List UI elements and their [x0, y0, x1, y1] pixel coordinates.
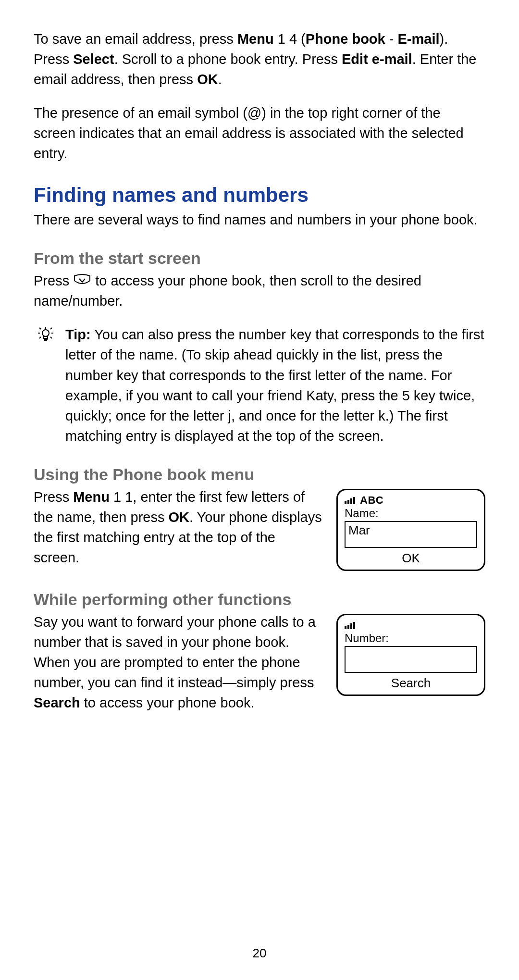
- subheading-phonebook-menu: Using the Phone book menu: [34, 465, 485, 484]
- svg-rect-16: [347, 625, 349, 629]
- text: Press: [34, 489, 73, 505]
- svg-line-4: [39, 328, 41, 329]
- ok-label: OK: [197, 72, 218, 87]
- subheading-other-functions: While performing other functions: [34, 590, 485, 609]
- finding-intro-paragraph: There are several ways to find names and…: [34, 210, 485, 230]
- text: To save an email address, press: [34, 31, 237, 47]
- svg-rect-17: [350, 623, 352, 629]
- phone-screenshot-number: Number: Search: [336, 614, 485, 696]
- intro-paragraph-2: The presence of an email symbol (@) in t…: [34, 103, 485, 163]
- input-mode-label: ABC: [360, 494, 383, 507]
- svg-line-5: [50, 328, 52, 329]
- phone-status-bar: ABC: [345, 495, 477, 506]
- svg-rect-15: [345, 626, 346, 629]
- svg-rect-8: [44, 336, 48, 338]
- edit-email-label: Edit e-mail: [342, 51, 412, 67]
- other-functions-row: Say you want to forward your phone calls…: [34, 612, 485, 713]
- phonebook-menu-paragraph: Press Menu 1 1, enter the first few lett…: [34, 487, 325, 568]
- text: . Scroll to a phone book entry. Press: [114, 51, 342, 67]
- search-label: Search: [34, 695, 80, 710]
- intro-paragraph-1: To save an email address, press Menu 1 4…: [34, 29, 485, 89]
- field-label-number: Number:: [345, 632, 477, 645]
- text: Say you want to forward your phone calls…: [34, 614, 316, 690]
- text: .: [218, 72, 222, 87]
- svg-rect-18: [353, 622, 355, 629]
- phonebook-menu-row: Press Menu 1 1, enter the first few lett…: [34, 487, 485, 571]
- subheading-start-screen: From the start screen: [34, 249, 485, 268]
- page-number: 20: [0, 946, 519, 961]
- signal-icon: [345, 496, 356, 504]
- svg-rect-13: [350, 498, 352, 504]
- other-functions-paragraph: Say you want to forward your phone calls…: [34, 612, 325, 713]
- text: to access your phone book.: [80, 695, 255, 710]
- text: -: [385, 31, 398, 47]
- svg-rect-11: [345, 501, 346, 504]
- phone-book-label: Phone book: [306, 31, 385, 47]
- phone-status-bar: [345, 620, 477, 631]
- section-heading-finding: Finding names and numbers: [34, 184, 485, 207]
- tip-lightbulb-icon: [34, 324, 58, 344]
- svg-line-7: [50, 337, 52, 338]
- tip-label: Tip:: [65, 327, 91, 342]
- down-scroll-key-icon: [73, 272, 91, 284]
- tip-text: Tip: You can also press the number key t…: [65, 324, 485, 446]
- ok-label: OK: [169, 509, 190, 525]
- menu-key-label: Menu: [237, 31, 274, 47]
- text: to access your phone book, then scroll t…: [34, 273, 421, 309]
- document-page: To save an email address, press Menu 1 4…: [0, 0, 519, 980]
- tip-body: You can also press the number key that c…: [65, 327, 484, 443]
- softkey-search: Search: [345, 676, 477, 691]
- svg-line-6: [39, 337, 41, 338]
- menu-key-label: Menu: [73, 489, 110, 505]
- select-label: Select: [73, 51, 114, 67]
- number-input-box: [345, 646, 477, 673]
- field-label-name: Name:: [345, 507, 477, 520]
- svg-point-0: [42, 330, 49, 336]
- signal-icon: [345, 621, 356, 629]
- softkey-ok: OK: [345, 551, 477, 566]
- text: Press: [34, 273, 73, 288]
- start-screen-paragraph: Press to access your phone book, then sc…: [34, 271, 485, 311]
- text: 1 4 (: [274, 31, 306, 47]
- email-label: E-mail: [397, 31, 439, 47]
- phone-screenshot-name: ABC Name: Mar OK: [336, 489, 485, 571]
- tip-block: Tip: You can also press the number key t…: [34, 324, 485, 446]
- name-input-box: Mar: [345, 521, 477, 548]
- svg-rect-14: [353, 497, 355, 504]
- svg-rect-12: [347, 500, 349, 504]
